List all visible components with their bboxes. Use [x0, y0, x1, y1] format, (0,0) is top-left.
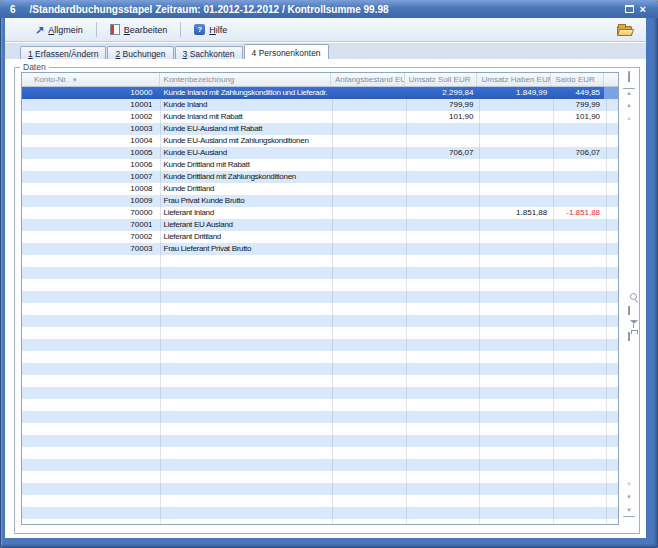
table-row[interactable]: 10002Kunde Inland mit Rabatt101,90101,90 [22, 111, 618, 123]
cell-saldo [551, 195, 604, 207]
column-header-kontenbezeichnung[interactable]: Kontenbezeichnung [160, 73, 331, 86]
filter-button[interactable] [623, 319, 635, 330]
column-header-saldo[interactable]: Saldo EUR [551, 73, 604, 86]
table-row[interactable]: 70002Lieferant Drittland [22, 231, 618, 243]
table-row[interactable]: 10000Kunde Inland mit Zahlungskondition … [22, 87, 618, 99]
table-row[interactable]: 10006Kunde Drittland mit Rabatt [22, 159, 618, 171]
cell-konto-nr: 10004 [22, 135, 160, 147]
cell-filler [604, 135, 618, 147]
cell-umsatz-soll [405, 207, 478, 219]
cell-saldo [551, 183, 604, 195]
column-header-konto-nr[interactable]: Konto-Nr. ▼ [22, 73, 160, 86]
cell-filler [604, 171, 618, 183]
daten-groupbox: Daten Konto-Nr. ▼ Kontenbezeichnung Anfa… [14, 67, 640, 534]
cell-anfangsbestand [331, 183, 405, 195]
accounts-table: Konto-Nr. ▼ Kontenbezeichnung Anfangsbes… [21, 72, 619, 525]
cell-anfangsbestand [331, 135, 405, 147]
sort-desc-icon[interactable]: ▼ [72, 77, 78, 83]
cell-kontenbezeichnung: Kunde Drittland mit Zahlungskonditionen [160, 171, 331, 183]
table-view-button[interactable] [623, 306, 635, 317]
cell-umsatz-haben [477, 99, 551, 111]
scroll-prev-page-button[interactable]: ▲ [623, 114, 635, 125]
cell-anfangsbestand [331, 147, 405, 159]
cell-umsatz-haben: 1.851,88 [477, 207, 551, 219]
table-row[interactable]: 10003Kunde EU-Ausland mit Rabatt [22, 123, 618, 135]
column-header-umsatz-haben[interactable]: Umsatz Haben EUR [477, 73, 551, 86]
table-row[interactable]: 10001Kunde Inland799,99799,99 [22, 99, 618, 111]
scroll-next-page-button[interactable]: ▼ [623, 480, 635, 491]
table-row[interactable]: 10007Kunde Drittland mit Zahlungskonditi… [22, 171, 618, 183]
cell-umsatz-soll [405, 159, 478, 171]
table-icon [628, 306, 630, 315]
table-row[interactable]: 10009Frau Privat Kunde Brutto [22, 195, 618, 207]
cell-anfangsbestand [331, 87, 405, 99]
cell-umsatz-haben [477, 231, 551, 243]
cell-kontenbezeichnung: Lieferant Drittland [160, 231, 331, 243]
cell-konto-nr: 10001 [22, 99, 160, 111]
cell-umsatz-haben: 1.849,99 [477, 87, 551, 99]
scroll-last-button[interactable]: ▼ [623, 506, 635, 517]
table-row[interactable]: 70000Lieferant Inland1.851,88-1.851,88 [22, 207, 618, 219]
cell-filler [604, 99, 618, 111]
cell-umsatz-soll: 2.299,84 [405, 87, 478, 99]
column-header-anfangsbestand[interactable]: Anfangsbestand EUR [331, 73, 405, 86]
search-button[interactable] [623, 293, 635, 304]
cell-filler [604, 243, 618, 255]
cell-saldo [551, 171, 604, 183]
cell-konto-nr: 10007 [22, 171, 160, 183]
cell-saldo: 101,90 [551, 111, 604, 123]
cell-umsatz-soll [405, 135, 478, 147]
table-row[interactable]: 10004Kunde EU-Ausland mit Zahlungskondit… [22, 135, 618, 147]
grid-rows: 10000Kunde Inland mit Zahlungskondition … [22, 87, 618, 524]
cell-konto-nr: 10002 [22, 111, 160, 123]
cell-anfangsbestand [331, 207, 405, 219]
hilfe-label: Hilfe [209, 25, 227, 35]
close-icon[interactable]: × [640, 3, 646, 15]
cell-anfangsbestand [331, 231, 405, 243]
cell-saldo: 449,85 [551, 87, 604, 99]
scroll-next-button[interactable]: ▼ [623, 493, 635, 504]
column-chooser-button[interactable] [623, 73, 635, 84]
cell-kontenbezeichnung: Kunde Inland mit Zahlungskondition und L… [160, 87, 331, 99]
cell-umsatz-haben [477, 195, 551, 207]
cell-filler [604, 195, 618, 207]
scroll-first-button[interactable]: ▲ [623, 88, 635, 99]
cell-konto-nr: 70003 [22, 243, 160, 255]
cell-anfangsbestand [331, 219, 405, 231]
cell-kontenbezeichnung: Kunde Inland [160, 99, 331, 111]
grid-window-icon [628, 71, 630, 82]
list-arrow-icon: ↗ [35, 25, 44, 35]
allgemein-label: Allgmein [48, 25, 83, 35]
table-row[interactable]: 70003Frau Lieferant Privat Brutto [22, 243, 618, 255]
cell-umsatz-soll [405, 243, 478, 255]
columns-button[interactable] [623, 280, 635, 291]
tab-sachkonten[interactable]: 3 Sachkonten [175, 46, 243, 59]
cell-filler [604, 231, 618, 243]
window-content: ↗ Allgmein Bearbeiten ? Hilfe 1 Erfassen… [5, 18, 646, 538]
cell-saldo: 799,99 [551, 99, 604, 111]
bearbeiten-button[interactable]: Bearbeiten [104, 22, 174, 37]
folder-icon[interactable] [617, 24, 634, 36]
cell-saldo [551, 159, 604, 171]
table-row[interactable]: 70001Lieferant EU Ausland [22, 219, 618, 231]
cell-konto-nr: 70001 [22, 219, 160, 231]
cell-saldo: 706,07 [551, 147, 604, 159]
cell-saldo [551, 135, 604, 147]
cell-konto-nr: 10008 [22, 183, 160, 195]
table-row[interactable]: 10008Kunde Drittland [22, 183, 618, 195]
print-button[interactable] [623, 332, 635, 343]
tab-buchungen[interactable]: 2 Buchungen [107, 46, 173, 59]
cell-umsatz-soll [405, 231, 478, 243]
cell-filler [604, 219, 618, 231]
allgemein-button[interactable]: ↗ Allgmein [29, 23, 89, 37]
restore-icon[interactable] [625, 5, 634, 13]
tab-erfassen-aendern[interactable]: 1 Erfassen/Ändern [20, 46, 106, 59]
cell-umsatz-haben [477, 171, 551, 183]
column-header-umsatz-soll[interactable]: Umsatz Soll EUR [405, 73, 478, 86]
tab-personenkonten[interactable]: 4 Personenkonten [244, 44, 329, 59]
window-id: 6 [10, 4, 16, 15]
table-row[interactable]: 10005Kunde EU-Ausland706,07706,07 [22, 147, 618, 159]
hilfe-button[interactable]: ? Hilfe [188, 22, 233, 37]
scroll-prev-button[interactable]: ▲ [623, 101, 635, 112]
cell-umsatz-haben [477, 219, 551, 231]
